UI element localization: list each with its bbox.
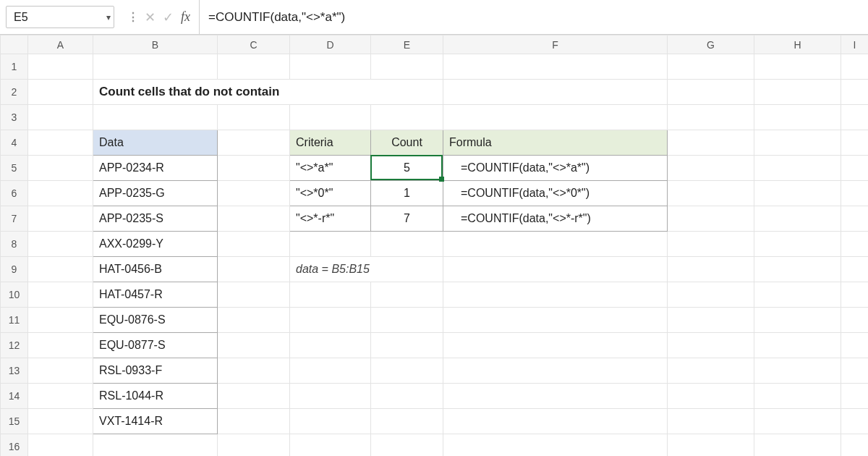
data-cell[interactable]: APP-0235-G: [93, 185, 217, 202]
data-cell[interactable]: HAT-0456-B: [93, 261, 217, 278]
criteria-header: Criteria: [290, 134, 370, 151]
worksheet[interactable]: A B C D E F G H I 1 2: [0, 35, 868, 456]
row-header[interactable]: 9: [1, 257, 28, 282]
row-header[interactable]: 4: [1, 130, 28, 156]
col-header[interactable]: G: [668, 35, 754, 54]
col-header[interactable]: D: [290, 35, 371, 54]
data-cell[interactable]: VXT-1414-R: [93, 413, 217, 430]
column-headers-row: A B C D E F G H I: [1, 35, 869, 54]
fx-icon[interactable]: fx: [181, 9, 190, 25]
col-header[interactable]: C: [218, 35, 290, 54]
excel-window: E5 ▾ ⋮ ✕ ✓ fx =COUNTIF(data,"<>*a*") A: [0, 0, 868, 456]
formula-cell[interactable]: =COUNTIF(data,"<>*0*"): [443, 185, 667, 202]
data-cell[interactable]: RSL-1044-R: [93, 387, 217, 405]
enter-icon[interactable]: ✓: [163, 9, 174, 25]
page-title: Count cells that do not contain: [93, 83, 443, 101]
range-note: data = B5:B15: [290, 261, 443, 278]
name-box-value: E5: [14, 11, 28, 24]
formula-bar-value: =COUNTIF(data,"<>*a*"): [208, 10, 345, 25]
row-header[interactable]: 7: [1, 206, 28, 232]
data-cell[interactable]: APP-0235-S: [93, 210, 217, 227]
col-header[interactable]: I: [841, 35, 869, 54]
col-header[interactable]: H: [754, 35, 841, 54]
data-cell[interactable]: AXX-0299-Y: [93, 235, 217, 253]
row-header[interactable]: 6: [1, 181, 28, 206]
formula-cell[interactable]: =COUNTIF(data,"<>*a*"): [443, 159, 667, 177]
select-all-corner[interactable]: [1, 35, 28, 54]
row-header[interactable]: 5: [1, 156, 28, 181]
col-header[interactable]: A: [28, 35, 93, 54]
count-cell[interactable]: 7: [371, 210, 443, 227]
formula-bar-controls: ⋮ ✕ ✓ fx: [114, 0, 199, 34]
count-cell[interactable]: 1: [371, 185, 443, 202]
formula-bar[interactable]: =COUNTIF(data,"<>*a*"): [199, 0, 868, 34]
row-header[interactable]: 16: [1, 434, 28, 457]
data-cell[interactable]: EQU-0877-S: [93, 337, 217, 354]
count-header: Count: [371, 134, 443, 151]
data-cell[interactable]: HAT-0457-R: [93, 286, 217, 303]
grid-table: A B C D E F G H I 1 2: [0, 35, 868, 456]
count-cell[interactable]: 5: [371, 159, 443, 177]
data-header: Data: [93, 134, 217, 151]
resize-handle-icon[interactable]: ⋮: [127, 10, 137, 24]
row-header[interactable]: 10: [1, 282, 28, 308]
row-header[interactable]: 8: [1, 232, 28, 257]
col-header[interactable]: B: [93, 35, 218, 54]
row-header[interactable]: 13: [1, 358, 28, 384]
row-header[interactable]: 15: [1, 409, 28, 434]
criteria-cell[interactable]: "<>*0*": [290, 185, 370, 202]
data-cell[interactable]: RSL-0933-F: [93, 362, 217, 379]
row-header[interactable]: 3: [1, 105, 28, 130]
row-header[interactable]: 1: [1, 54, 28, 80]
criteria-cell[interactable]: "<>*-r*": [290, 210, 370, 227]
cancel-icon[interactable]: ✕: [145, 9, 156, 25]
data-cell[interactable]: EQU-0876-S: [93, 311, 217, 329]
chevron-down-icon[interactable]: ▾: [106, 12, 111, 22]
row-header[interactable]: 14: [1, 384, 28, 409]
criteria-cell[interactable]: "<>*a*": [290, 159, 370, 177]
data-cell[interactable]: APP-0234-R: [93, 159, 217, 177]
formula-header: Formula: [443, 134, 667, 151]
formula-cell[interactable]: =COUNTIF(data,"<>*-r*"): [443, 210, 667, 227]
col-header[interactable]: F: [443, 35, 668, 54]
name-box[interactable]: E5 ▾: [6, 6, 114, 28]
topbar: E5 ▾ ⋮ ✕ ✓ fx =COUNTIF(data,"<>*a*"): [0, 0, 868, 35]
row-header[interactable]: 2: [1, 80, 28, 105]
row-header[interactable]: 11: [1, 308, 28, 333]
row-header[interactable]: 12: [1, 333, 28, 358]
col-header[interactable]: E: [371, 35, 443, 54]
